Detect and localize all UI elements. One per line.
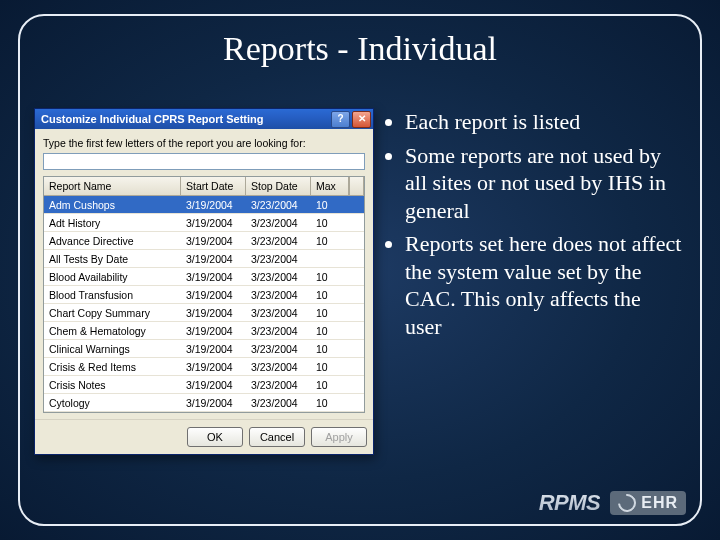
cell-stop: 3/23/2004: [246, 379, 311, 391]
cell-stop: 3/23/2004: [246, 289, 311, 301]
help-icon: ?: [337, 114, 343, 124]
cell-start: 3/19/2004: [181, 253, 246, 265]
cell-start: 3/19/2004: [181, 397, 246, 409]
cell-stop: 3/23/2004: [246, 361, 311, 373]
cell-start: 3/19/2004: [181, 199, 246, 211]
rpms-logo: RPMS: [539, 490, 601, 516]
cell-stop: 3/23/2004: [246, 307, 311, 319]
table-row[interactable]: Crisis & Red Items3/19/20043/23/200410: [44, 358, 364, 376]
cell-max: 10: [311, 289, 349, 301]
table-row[interactable]: All Tests By Date3/19/20043/23/2004: [44, 250, 364, 268]
cell-name: Chem & Hematology: [44, 325, 181, 337]
cell-name: Chart Copy Summary: [44, 307, 181, 319]
ok-button[interactable]: OK: [187, 427, 243, 447]
col-stop-date[interactable]: Stop Date: [246, 177, 311, 196]
customize-report-dialog: Customize Individual CPRS Report Setting…: [34, 108, 374, 455]
bullet-item: Each report is listed: [405, 108, 682, 136]
cell-name: Adt History: [44, 217, 181, 229]
cell-max: 10: [311, 397, 349, 409]
cell-stop: 3/23/2004: [246, 217, 311, 229]
cell-stop: 3/23/2004: [246, 235, 311, 247]
dialog-titlebar[interactable]: Customize Individual CPRS Report Setting…: [35, 109, 373, 129]
table-row[interactable]: Blood Availability3/19/20043/23/200410: [44, 268, 364, 286]
grid-header-row: Report Name Start Date Stop Date Max: [44, 177, 364, 196]
slide-title: Reports - Individual: [0, 30, 720, 68]
cell-start: 3/19/2004: [181, 289, 246, 301]
cell-name: Clinical Warnings: [44, 343, 181, 355]
cancel-button[interactable]: Cancel: [249, 427, 305, 447]
cell-name: Blood Availability: [44, 271, 181, 283]
cell-start: 3/19/2004: [181, 235, 246, 247]
cell-max: 10: [311, 343, 349, 355]
cell-start: 3/19/2004: [181, 361, 246, 373]
cell-name: All Tests By Date: [44, 253, 181, 265]
cell-max: 10: [311, 379, 349, 391]
col-report-name[interactable]: Report Name: [44, 177, 181, 196]
search-input[interactable]: [43, 153, 365, 170]
table-row[interactable]: Adm Cushops3/19/20043/23/200410: [44, 196, 364, 214]
ehr-logo: EHR: [610, 491, 686, 515]
cell-stop: 3/23/2004: [246, 397, 311, 409]
cell-start: 3/19/2004: [181, 307, 246, 319]
slide-bullets: Each report is listedSome reports are no…: [385, 108, 682, 346]
col-start-date[interactable]: Start Date: [181, 177, 246, 196]
ehr-text: EHR: [641, 494, 678, 512]
table-row[interactable]: Blood Transfusion3/19/20043/23/200410: [44, 286, 364, 304]
cell-max: 10: [311, 307, 349, 319]
search-prompt: Type the first few letters of the report…: [43, 137, 365, 149]
apply-button[interactable]: Apply: [311, 427, 367, 447]
cell-stop: 3/23/2004: [246, 343, 311, 355]
cell-max: 10: [311, 271, 349, 283]
table-row[interactable]: Crisis Notes3/19/20043/23/200410: [44, 376, 364, 394]
cell-max: 10: [311, 217, 349, 229]
cell-max: 10: [311, 235, 349, 247]
cell-max: 10: [311, 361, 349, 373]
cell-stop: 3/23/2004: [246, 199, 311, 211]
table-row[interactable]: Advance Directive3/19/20043/23/200410: [44, 232, 364, 250]
close-button[interactable]: ✕: [352, 111, 371, 128]
table-row[interactable]: Adt History3/19/20043/23/200410: [44, 214, 364, 232]
bullet-item: Reports set here does not affect the sys…: [405, 230, 682, 340]
cell-stop: 3/23/2004: [246, 253, 311, 265]
cell-start: 3/19/2004: [181, 379, 246, 391]
cell-name: Cytology: [44, 397, 181, 409]
cell-name: Blood Transfusion: [44, 289, 181, 301]
table-row[interactable]: Cytology3/19/20043/23/200410: [44, 394, 364, 412]
reports-grid: Report Name Start Date Stop Date Max Adm…: [43, 176, 365, 413]
footer-logos: RPMS EHR: [539, 490, 686, 516]
ehr-swirl-icon: [615, 490, 640, 515]
scrollbar-head: [349, 177, 364, 196]
cell-stop: 3/23/2004: [246, 325, 311, 337]
dialog-caption: Customize Individual CPRS Report Setting: [41, 113, 331, 125]
close-icon: ✕: [358, 114, 366, 124]
cell-name: Adm Cushops: [44, 199, 181, 211]
cell-start: 3/19/2004: [181, 343, 246, 355]
cell-start: 3/19/2004: [181, 325, 246, 337]
cell-name: Advance Directive: [44, 235, 181, 247]
cell-max: 10: [311, 199, 349, 211]
table-row[interactable]: Chem & Hematology3/19/20043/23/200410: [44, 322, 364, 340]
bullet-item: Some reports are not used by all sites o…: [405, 142, 682, 225]
table-row[interactable]: Clinical Warnings3/19/20043/23/200410: [44, 340, 364, 358]
cell-stop: 3/23/2004: [246, 271, 311, 283]
cell-start: 3/19/2004: [181, 217, 246, 229]
cell-start: 3/19/2004: [181, 271, 246, 283]
help-button[interactable]: ?: [331, 111, 350, 128]
cell-max: 10: [311, 325, 349, 337]
col-max[interactable]: Max: [311, 177, 349, 196]
cell-name: Crisis & Red Items: [44, 361, 181, 373]
table-row[interactable]: Chart Copy Summary3/19/20043/23/200410: [44, 304, 364, 322]
cell-name: Crisis Notes: [44, 379, 181, 391]
